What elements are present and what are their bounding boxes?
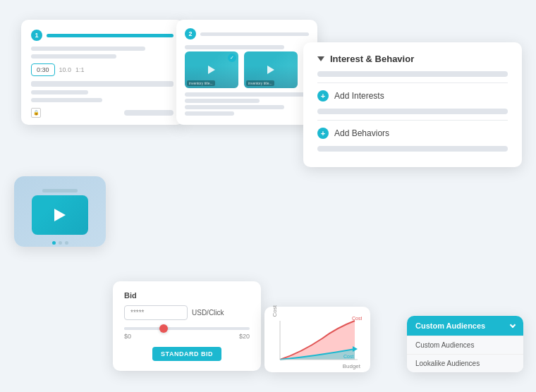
widget-play-icon: [54, 209, 66, 221]
step-indicator-1: 1: [31, 30, 173, 41]
bid-slider[interactable]: $0 $20: [124, 327, 250, 340]
step-number-2: 2: [185, 28, 196, 39]
chart-svg: Cost Cost: [273, 314, 362, 367]
interest-search-bar[interactable]: [317, 71, 508, 77]
block-1: [31, 81, 173, 87]
video-widget: [14, 176, 106, 247]
video-line-1: [185, 45, 284, 49]
widget-dots: [32, 241, 88, 245]
chart-x-label: Budget: [343, 363, 360, 369]
bid-input[interactable]: *****: [124, 305, 188, 320]
interest-title: Interest & Behavior: [330, 54, 414, 64]
thumb-label-2: inventory title...: [246, 80, 274, 86]
svg-marker-0: [353, 346, 358, 352]
step-bar-2: [200, 32, 309, 36]
add-interests-label: Add Interests: [334, 91, 384, 101]
val-2: 1:1: [75, 66, 85, 73]
bottom-pill: [124, 110, 173, 116]
video-line-3: [185, 99, 260, 103]
thumb-label-1: inventory title...: [187, 80, 215, 86]
bid-input-row: ***** USD/Click: [124, 305, 250, 320]
dot-3: [65, 241, 68, 245]
svg-text:Cost: Cost: [352, 316, 362, 321]
add-behaviors-icon: +: [317, 128, 329, 139]
video-card: 2 inventory title... ✓ inventory title..…: [176, 20, 317, 125]
form-line-2: [31, 54, 116, 59]
behaviors-input-bar[interactable]: [317, 146, 508, 152]
slider-fill: [124, 327, 162, 330]
selected-badge-1: ✓: [228, 54, 236, 62]
lock-icon: 🔒: [31, 108, 41, 118]
section-header: Interest & Behavior: [317, 54, 508, 64]
audiences-item-lookalike[interactable]: Lookalike Audiences: [407, 354, 523, 372]
bid-title: Bid: [124, 291, 250, 300]
val-1: 10.0: [59, 66, 72, 73]
add-behaviors-row[interactable]: + Add Behaviors: [317, 128, 508, 139]
audiences-header[interactable]: Custom Audiences: [407, 316, 523, 336]
duration-input[interactable]: 0:30: [31, 63, 55, 76]
triangle-icon: [317, 56, 324, 61]
add-interests-row[interactable]: + Add Interests: [317, 90, 508, 102]
video-line-2: [185, 92, 309, 97]
audiences-dropdown: Custom Audiences Custom Audiences Lookal…: [407, 316, 523, 372]
chevron-down-icon: [510, 322, 516, 328]
widget-inner[interactable]: [32, 195, 88, 235]
chart-y-label: Cost: [272, 305, 278, 317]
play-triangle-2: [267, 66, 274, 74]
standard-bid-button[interactable]: STANDARD BID: [152, 347, 221, 361]
block-2: [31, 98, 102, 102]
bottom-row: 🔒: [31, 108, 173, 118]
chart-area: Cost Cost Budget Cost: [273, 314, 362, 367]
widget-top-bar: [42, 189, 78, 192]
slider-labels: $0 $20: [124, 333, 250, 340]
divider-1: [317, 82, 508, 83]
play-triangle-1: [208, 66, 215, 74]
bid-card: Bid ***** USD/Click $0 $20 STANDARD BID: [113, 281, 261, 371]
thumbnail-2[interactable]: inventory title...: [244, 51, 298, 88]
interests-input-bar[interactable]: [317, 109, 508, 114]
dot-2: [59, 241, 62, 245]
divider-2: [317, 120, 508, 121]
thumbnail-1[interactable]: inventory title... ✓: [185, 51, 238, 88]
slider-track: [124, 327, 250, 330]
slider-min-label: $0: [124, 333, 131, 340]
form-line-3: [31, 90, 88, 94]
form-line-1: [31, 47, 145, 51]
add-behaviors-label: Add Behaviors: [334, 128, 389, 138]
input-row-1: 0:30 10.0 1:1: [31, 63, 173, 76]
step-progress-bar: [47, 34, 173, 37]
step-number-1: 1: [31, 30, 42, 41]
dot-1: [52, 241, 56, 245]
ad-setup-card: 1 0:30 10.0 1:1 🔒: [21, 20, 183, 125]
slider-thumb[interactable]: [159, 324, 168, 333]
thumbnails-row: inventory title... ✓ inventory title...: [185, 51, 309, 88]
audiences-item-custom[interactable]: Custom Audiences: [407, 336, 523, 354]
chart-card: Cost Cost Budget Cost: [264, 307, 370, 372]
slider-max-label: $20: [239, 333, 250, 340]
add-interests-icon: +: [317, 90, 329, 102]
bid-unit: USD/Click: [192, 309, 224, 317]
video-line-5: [185, 111, 234, 116]
svg-text:Cost: Cost: [343, 354, 353, 359]
video-line-4: [185, 105, 284, 109]
interest-card: Interest & Behavior + Add Interests + Ad…: [303, 42, 522, 167]
audiences-header-label: Custom Audiences: [415, 321, 485, 330]
step-indicator-2: 2: [185, 28, 309, 39]
